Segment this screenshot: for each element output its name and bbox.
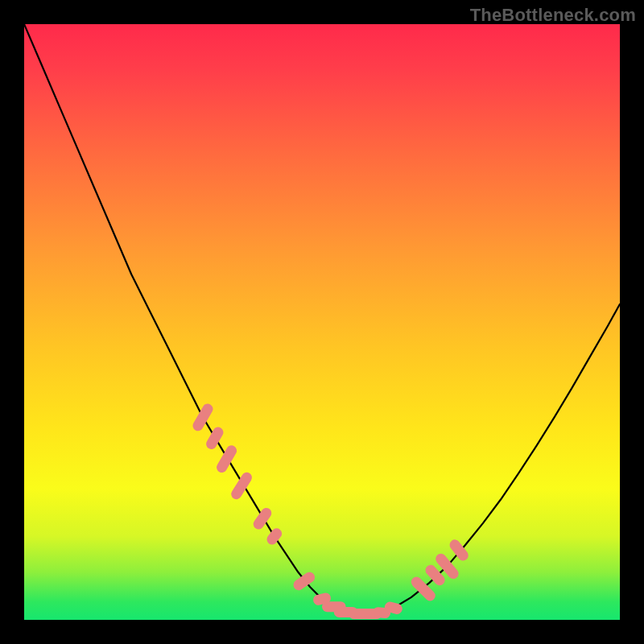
- chart-svg: [24, 24, 620, 620]
- curve-marker: [191, 402, 215, 433]
- curve-marker: [265, 526, 284, 547]
- curve-marker: [251, 506, 274, 531]
- chart-frame: TheBottleneck.com: [0, 0, 644, 644]
- curve-marker: [448, 538, 470, 563]
- bottleneck-curve: [24, 24, 620, 614]
- plot-area: [24, 24, 620, 620]
- watermark: TheBottleneck.com: [470, 5, 636, 26]
- marker-group: [191, 402, 470, 619]
- curve-marker: [204, 425, 225, 451]
